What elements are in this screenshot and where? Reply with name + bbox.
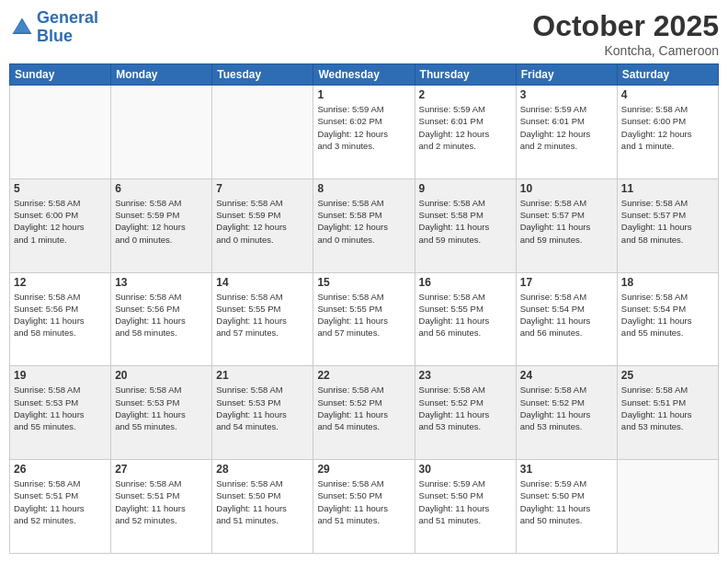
calendar-day: 18Sunrise: 5:58 AM Sunset: 5:54 PM Dayli… — [617, 272, 718, 366]
calendar-day: 10Sunrise: 5:58 AM Sunset: 5:57 PM Dayli… — [516, 178, 617, 272]
day-info: Sunrise: 5:58 AM Sunset: 5:55 PM Dayligh… — [419, 291, 512, 339]
logo: General Blue — [9, 9, 98, 46]
col-header-wednesday: Wednesday — [313, 64, 415, 86]
calendar-week-2: 5Sunrise: 5:58 AM Sunset: 6:00 PM Daylig… — [10, 178, 719, 272]
day-number: 1 — [317, 88, 410, 101]
calendar-day: 24Sunrise: 5:58 AM Sunset: 5:52 PM Dayli… — [516, 366, 617, 460]
day-info: Sunrise: 5:58 AM Sunset: 5:53 PM Dayligh… — [14, 384, 107, 432]
calendar-week-1: 1Sunrise: 5:59 AM Sunset: 6:02 PM Daylig… — [10, 86, 719, 179]
day-info: Sunrise: 5:58 AM Sunset: 5:51 PM Dayligh… — [115, 477, 208, 526]
calendar-day: 6Sunrise: 5:58 AM Sunset: 5:59 PM Daylig… — [111, 178, 212, 272]
day-number: 13 — [115, 276, 208, 289]
day-number: 11 — [621, 182, 714, 195]
location: Kontcha, Cameroon — [532, 43, 719, 58]
day-number: 21 — [216, 369, 309, 382]
day-info: Sunrise: 5:59 AM Sunset: 6:01 PM Dayligh… — [520, 103, 613, 152]
calendar-day — [10, 86, 111, 179]
col-header-saturday: Saturday — [617, 64, 718, 86]
svg-marker-1 — [14, 19, 30, 32]
calendar-day: 8Sunrise: 5:58 AM Sunset: 5:58 PM Daylig… — [313, 178, 415, 272]
day-number: 17 — [520, 276, 613, 289]
day-info: Sunrise: 5:58 AM Sunset: 5:50 PM Dayligh… — [216, 477, 309, 526]
day-number: 2 — [419, 88, 512, 101]
calendar-day: 7Sunrise: 5:58 AM Sunset: 5:59 PM Daylig… — [212, 178, 313, 272]
day-number: 26 — [14, 463, 107, 476]
col-header-sunday: Sunday — [10, 64, 111, 86]
calendar-day: 20Sunrise: 5:58 AM Sunset: 5:53 PM Dayli… — [111, 366, 212, 460]
day-number: 27 — [115, 463, 208, 476]
month-title: October 2025 — [532, 9, 719, 43]
day-info: Sunrise: 5:58 AM Sunset: 5:59 PM Dayligh… — [216, 197, 309, 246]
day-number: 14 — [216, 276, 309, 289]
calendar-day: 5Sunrise: 5:58 AM Sunset: 6:00 PM Daylig… — [10, 178, 111, 272]
day-info: Sunrise: 5:58 AM Sunset: 5:57 PM Dayligh… — [520, 197, 613, 246]
day-number: 22 — [317, 369, 410, 382]
calendar-header-row: SundayMondayTuesdayWednesdayThursdayFrid… — [10, 64, 719, 86]
calendar-day: 13Sunrise: 5:58 AM Sunset: 5:56 PM Dayli… — [111, 272, 212, 366]
day-number: 6 — [115, 182, 208, 195]
day-info: Sunrise: 5:58 AM Sunset: 5:50 PM Dayligh… — [317, 477, 410, 526]
day-info: Sunrise: 5:59 AM Sunset: 5:50 PM Dayligh… — [419, 477, 512, 526]
col-header-monday: Monday — [111, 64, 212, 86]
calendar-day — [212, 86, 313, 179]
day-number: 4 — [621, 88, 714, 101]
logo-icon — [9, 15, 35, 40]
logo-text: General Blue — [37, 9, 98, 46]
day-number: 3 — [520, 88, 613, 101]
day-number: 23 — [419, 369, 512, 382]
calendar-day: 26Sunrise: 5:58 AM Sunset: 5:51 PM Dayli… — [10, 460, 111, 554]
day-number: 30 — [419, 463, 512, 476]
day-info: Sunrise: 5:58 AM Sunset: 6:00 PM Dayligh… — [621, 103, 714, 152]
page: General Blue October 2025 Kontcha, Camer… — [0, 0, 728, 563]
day-info: Sunrise: 5:58 AM Sunset: 5:54 PM Dayligh… — [520, 291, 613, 339]
calendar-day: 22Sunrise: 5:58 AM Sunset: 5:52 PM Dayli… — [313, 366, 415, 460]
day-info: Sunrise: 5:59 AM Sunset: 6:02 PM Dayligh… — [317, 103, 410, 152]
day-number: 18 — [621, 276, 714, 289]
calendar-day: 17Sunrise: 5:58 AM Sunset: 5:54 PM Dayli… — [516, 272, 617, 366]
day-info: Sunrise: 5:58 AM Sunset: 5:56 PM Dayligh… — [115, 291, 208, 339]
calendar-day: 4Sunrise: 5:58 AM Sunset: 6:00 PM Daylig… — [617, 86, 718, 179]
day-number: 25 — [621, 369, 714, 382]
day-number: 15 — [317, 276, 410, 289]
day-info: Sunrise: 5:59 AM Sunset: 6:01 PM Dayligh… — [419, 103, 512, 152]
calendar-day: 25Sunrise: 5:58 AM Sunset: 5:51 PM Dayli… — [617, 366, 718, 460]
day-number: 7 — [216, 182, 309, 195]
day-info: Sunrise: 5:58 AM Sunset: 5:55 PM Dayligh… — [216, 291, 309, 339]
day-info: Sunrise: 5:58 AM Sunset: 5:53 PM Dayligh… — [216, 384, 309, 432]
calendar-week-5: 26Sunrise: 5:58 AM Sunset: 5:51 PM Dayli… — [10, 460, 719, 554]
col-header-friday: Friday — [516, 64, 617, 86]
calendar-day: 14Sunrise: 5:58 AM Sunset: 5:55 PM Dayli… — [212, 272, 313, 366]
day-number: 5 — [14, 182, 107, 195]
day-number: 16 — [419, 276, 512, 289]
calendar-day: 15Sunrise: 5:58 AM Sunset: 5:55 PM Dayli… — [313, 272, 415, 366]
day-info: Sunrise: 5:58 AM Sunset: 5:54 PM Dayligh… — [621, 291, 714, 339]
day-info: Sunrise: 5:58 AM Sunset: 5:58 PM Dayligh… — [419, 197, 512, 246]
calendar-day: 1Sunrise: 5:59 AM Sunset: 6:02 PM Daylig… — [313, 86, 415, 179]
calendar-week-3: 12Sunrise: 5:58 AM Sunset: 5:56 PM Dayli… — [10, 272, 719, 366]
day-info: Sunrise: 5:58 AM Sunset: 5:53 PM Dayligh… — [115, 384, 208, 432]
day-info: Sunrise: 5:58 AM Sunset: 5:55 PM Dayligh… — [317, 291, 410, 339]
day-info: Sunrise: 5:58 AM Sunset: 5:52 PM Dayligh… — [419, 384, 512, 432]
calendar-day: 21Sunrise: 5:58 AM Sunset: 5:53 PM Dayli… — [212, 366, 313, 460]
logo-general: General — [37, 8, 98, 27]
calendar-day: 23Sunrise: 5:58 AM Sunset: 5:52 PM Dayli… — [415, 366, 516, 460]
day-info: Sunrise: 5:59 AM Sunset: 5:50 PM Dayligh… — [520, 477, 613, 526]
day-info: Sunrise: 5:58 AM Sunset: 5:56 PM Dayligh… — [14, 291, 107, 339]
calendar-day: 16Sunrise: 5:58 AM Sunset: 5:55 PM Dayli… — [415, 272, 516, 366]
calendar-table: SundayMondayTuesdayWednesdayThursdayFrid… — [9, 63, 719, 554]
day-number: 8 — [317, 182, 410, 195]
calendar-day — [617, 460, 718, 554]
day-number: 31 — [520, 463, 613, 476]
day-info: Sunrise: 5:58 AM Sunset: 5:52 PM Dayligh… — [520, 384, 613, 432]
calendar-week-4: 19Sunrise: 5:58 AM Sunset: 5:53 PM Dayli… — [10, 366, 719, 460]
calendar-day: 3Sunrise: 5:59 AM Sunset: 6:01 PM Daylig… — [516, 86, 617, 179]
day-info: Sunrise: 5:58 AM Sunset: 5:51 PM Dayligh… — [621, 384, 714, 432]
day-info: Sunrise: 5:58 AM Sunset: 5:59 PM Dayligh… — [115, 197, 208, 246]
day-number: 28 — [216, 463, 309, 476]
calendar-day: 28Sunrise: 5:58 AM Sunset: 5:50 PM Dayli… — [212, 460, 313, 554]
calendar-day: 19Sunrise: 5:58 AM Sunset: 5:53 PM Dayli… — [10, 366, 111, 460]
day-number: 19 — [14, 369, 107, 382]
day-number: 10 — [520, 182, 613, 195]
day-number: 29 — [317, 463, 410, 476]
calendar-day: 27Sunrise: 5:58 AM Sunset: 5:51 PM Dayli… — [111, 460, 212, 554]
